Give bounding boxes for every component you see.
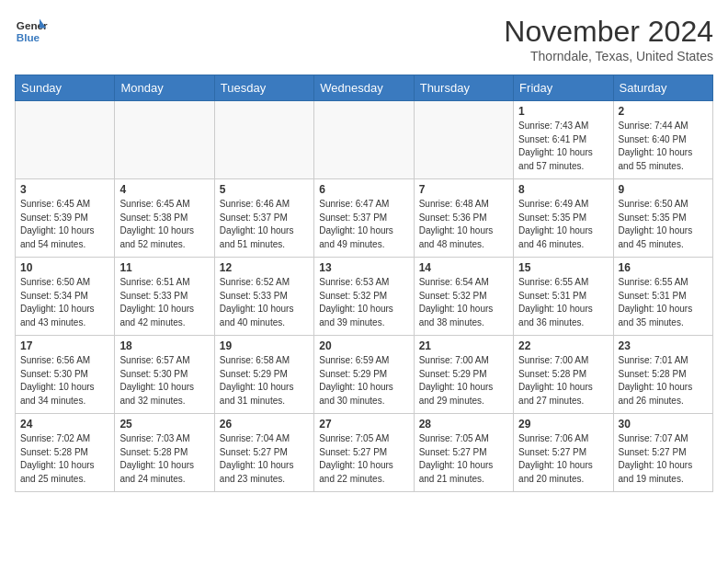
day-number: 25 — [119, 418, 209, 431]
day-info: Sunrise: 7:43 AM Sunset: 6:41 PM Dayligh… — [518, 120, 608, 173]
day-number: 1 — [518, 105, 608, 118]
calendar-cell: 29Sunrise: 7:06 AM Sunset: 5:27 PM Dayli… — [514, 414, 613, 492]
calendar-cell: 10Sunrise: 6:50 AM Sunset: 5:34 PM Dayli… — [16, 258, 115, 336]
calendar-cell — [414, 101, 513, 179]
day-number: 4 — [119, 183, 209, 196]
calendar-cell: 7Sunrise: 6:48 AM Sunset: 5:36 PM Daylig… — [414, 179, 513, 258]
calendar-cell: 22Sunrise: 7:00 AM Sunset: 5:28 PM Dayli… — [514, 336, 613, 414]
day-info: Sunrise: 6:59 AM Sunset: 5:29 PM Dayligh… — [319, 354, 408, 408]
day-info: Sunrise: 7:03 AM Sunset: 5:28 PM Dayligh… — [119, 432, 209, 486]
page-header: General Blue November 2024 Thorndale, Te… — [15, 15, 713, 63]
day-info: Sunrise: 7:00 AM Sunset: 5:29 PM Dayligh… — [419, 354, 508, 408]
calendar-cell: 5Sunrise: 6:46 AM Sunset: 5:37 PM Daylig… — [214, 179, 313, 258]
calendar-cell: 6Sunrise: 6:47 AM Sunset: 5:37 PM Daylig… — [314, 179, 414, 258]
calendar-cell: 20Sunrise: 6:59 AM Sunset: 5:29 PM Dayli… — [314, 336, 414, 414]
calendar-cell: 1Sunrise: 7:43 AM Sunset: 6:41 PM Daylig… — [514, 101, 613, 179]
calendar-cell: 27Sunrise: 7:05 AM Sunset: 5:27 PM Dayli… — [314, 414, 414, 492]
calendar-cell: 9Sunrise: 6:50 AM Sunset: 5:35 PM Daylig… — [613, 179, 712, 258]
calendar-cell — [314, 101, 414, 179]
calendar-cell: 14Sunrise: 6:54 AM Sunset: 5:32 PM Dayli… — [414, 258, 513, 336]
day-number: 24 — [20, 418, 109, 431]
day-number: 5 — [220, 183, 309, 196]
logo: General Blue — [15, 15, 48, 48]
week-row-2: 3Sunrise: 6:45 AM Sunset: 5:39 PM Daylig… — [16, 179, 713, 258]
day-number: 13 — [319, 261, 408, 274]
day-number: 15 — [518, 261, 608, 274]
title-block: November 2024 Thorndale, Texas, United S… — [504, 15, 713, 63]
day-info: Sunrise: 6:52 AM Sunset: 5:33 PM Dayligh… — [220, 276, 309, 329]
day-number: 17 — [20, 339, 109, 352]
day-info: Sunrise: 6:47 AM Sunset: 5:37 PM Dayligh… — [319, 198, 408, 251]
day-info: Sunrise: 7:05 AM Sunset: 5:27 PM Dayligh… — [319, 432, 408, 486]
day-info: Sunrise: 6:54 AM Sunset: 5:32 PM Dayligh… — [419, 276, 508, 329]
calendar-cell: 30Sunrise: 7:07 AM Sunset: 5:27 PM Dayli… — [613, 414, 712, 492]
day-info: Sunrise: 7:04 AM Sunset: 5:27 PM Dayligh… — [220, 432, 309, 486]
day-number: 11 — [119, 261, 209, 274]
col-header-monday: Monday — [115, 75, 214, 101]
day-info: Sunrise: 7:05 AM Sunset: 5:27 PM Dayligh… — [419, 432, 508, 486]
day-info: Sunrise: 6:50 AM Sunset: 5:34 PM Dayligh… — [20, 276, 109, 329]
week-row-3: 10Sunrise: 6:50 AM Sunset: 5:34 PM Dayli… — [16, 258, 713, 336]
day-number: 10 — [20, 261, 109, 274]
day-number: 27 — [319, 418, 408, 431]
day-info: Sunrise: 6:49 AM Sunset: 5:35 PM Dayligh… — [518, 198, 608, 251]
month-title: November 2024 — [504, 15, 713, 49]
calendar-cell: 25Sunrise: 7:03 AM Sunset: 5:28 PM Dayli… — [115, 414, 214, 492]
logo-icon: General Blue — [15, 15, 48, 48]
day-info: Sunrise: 7:00 AM Sunset: 5:28 PM Dayligh… — [518, 354, 608, 408]
calendar-cell: 2Sunrise: 7:44 AM Sunset: 6:40 PM Daylig… — [613, 101, 712, 179]
svg-text:Blue: Blue — [17, 31, 40, 43]
day-number: 8 — [518, 183, 608, 196]
calendar-cell: 17Sunrise: 6:56 AM Sunset: 5:30 PM Dayli… — [16, 336, 115, 414]
calendar-cell: 21Sunrise: 7:00 AM Sunset: 5:29 PM Dayli… — [414, 336, 513, 414]
day-number: 2 — [619, 105, 708, 118]
day-number: 19 — [220, 339, 309, 352]
day-number: 9 — [619, 183, 708, 196]
col-header-wednesday: Wednesday — [314, 75, 414, 101]
calendar-cell: 16Sunrise: 6:55 AM Sunset: 5:31 PM Dayli… — [613, 258, 712, 336]
calendar-cell: 4Sunrise: 6:45 AM Sunset: 5:38 PM Daylig… — [115, 179, 214, 258]
day-info: Sunrise: 6:45 AM Sunset: 5:38 PM Dayligh… — [119, 198, 209, 251]
calendar-cell: 18Sunrise: 6:57 AM Sunset: 5:30 PM Dayli… — [115, 336, 214, 414]
day-info: Sunrise: 6:53 AM Sunset: 5:32 PM Dayligh… — [319, 276, 408, 329]
day-info: Sunrise: 6:55 AM Sunset: 5:31 PM Dayligh… — [619, 276, 708, 329]
col-header-sunday: Sunday — [16, 75, 115, 101]
calendar-header-row: SundayMondayTuesdayWednesdayThursdayFrid… — [16, 75, 713, 101]
day-number: 26 — [220, 418, 309, 431]
day-number: 16 — [619, 261, 708, 274]
day-info: Sunrise: 7:02 AM Sunset: 5:28 PM Dayligh… — [20, 432, 109, 486]
col-header-friday: Friday — [514, 75, 613, 101]
calendar-cell: 13Sunrise: 6:53 AM Sunset: 5:32 PM Dayli… — [314, 258, 414, 336]
day-info: Sunrise: 6:45 AM Sunset: 5:39 PM Dayligh… — [20, 198, 109, 251]
day-number: 3 — [20, 183, 109, 196]
day-number: 6 — [319, 183, 408, 196]
calendar-cell — [214, 101, 313, 179]
day-number: 29 — [518, 418, 608, 431]
calendar-cell: 26Sunrise: 7:04 AM Sunset: 5:27 PM Dayli… — [214, 414, 313, 492]
day-number: 18 — [119, 339, 209, 352]
calendar-cell: 15Sunrise: 6:55 AM Sunset: 5:31 PM Dayli… — [514, 258, 613, 336]
day-number: 14 — [419, 261, 508, 274]
col-header-thursday: Thursday — [414, 75, 513, 101]
day-info: Sunrise: 6:51 AM Sunset: 5:33 PM Dayligh… — [119, 276, 209, 329]
calendar-cell — [16, 101, 115, 179]
week-row-1: 1Sunrise: 7:43 AM Sunset: 6:41 PM Daylig… — [16, 101, 713, 179]
col-header-saturday: Saturday — [613, 75, 712, 101]
day-info: Sunrise: 6:56 AM Sunset: 5:30 PM Dayligh… — [20, 354, 109, 408]
calendar-cell: 12Sunrise: 6:52 AM Sunset: 5:33 PM Dayli… — [214, 258, 313, 336]
calendar-cell: 19Sunrise: 6:58 AM Sunset: 5:29 PM Dayli… — [214, 336, 313, 414]
calendar-cell: 24Sunrise: 7:02 AM Sunset: 5:28 PM Dayli… — [16, 414, 115, 492]
day-info: Sunrise: 6:58 AM Sunset: 5:29 PM Dayligh… — [220, 354, 309, 408]
day-number: 20 — [319, 339, 408, 352]
location: Thorndale, Texas, United States — [504, 49, 713, 63]
calendar-cell: 28Sunrise: 7:05 AM Sunset: 5:27 PM Dayli… — [414, 414, 513, 492]
day-number: 21 — [419, 339, 508, 352]
day-info: Sunrise: 7:01 AM Sunset: 5:28 PM Dayligh… — [619, 354, 708, 408]
calendar-cell — [115, 101, 214, 179]
day-number: 23 — [619, 339, 708, 352]
col-header-tuesday: Tuesday — [214, 75, 313, 101]
calendar-table: SundayMondayTuesdayWednesdayThursdayFrid… — [15, 75, 713, 492]
calendar-cell: 8Sunrise: 6:49 AM Sunset: 5:35 PM Daylig… — [514, 179, 613, 258]
day-info: Sunrise: 7:07 AM Sunset: 5:27 PM Dayligh… — [619, 432, 708, 486]
day-number: 28 — [419, 418, 508, 431]
